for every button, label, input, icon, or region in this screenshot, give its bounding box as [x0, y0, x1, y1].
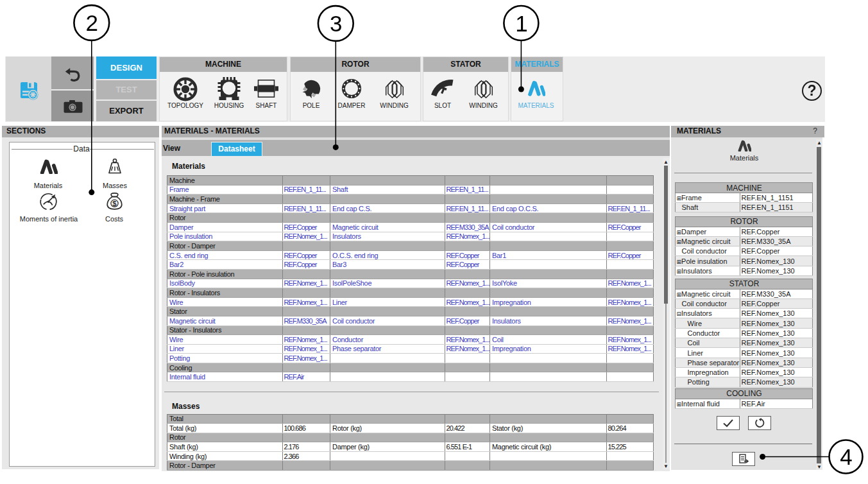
- svg-text:2: 2: [86, 10, 98, 35]
- svg-text:1: 1: [515, 11, 527, 36]
- svg-text:3: 3: [330, 11, 342, 36]
- svg-text:4: 4: [840, 444, 852, 469]
